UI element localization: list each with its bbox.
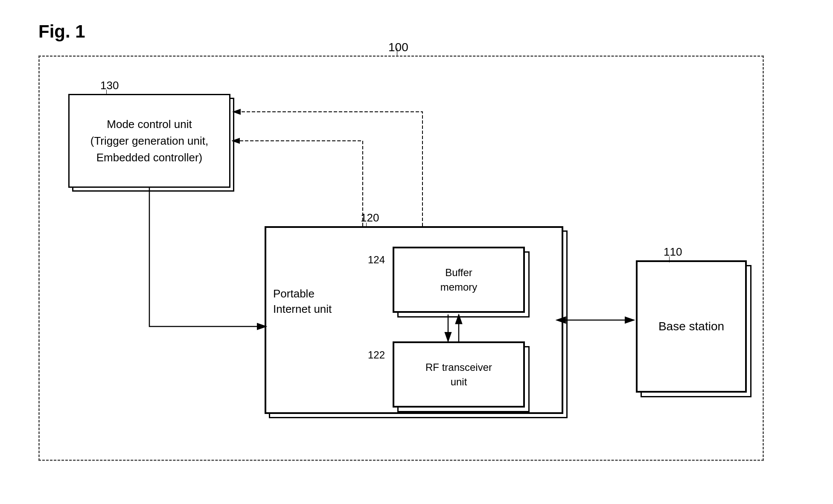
label-122: 122 [368, 349, 385, 361]
label-110: 110 [664, 245, 682, 259]
label-100: 100 [388, 41, 408, 54]
mode-control-line2: (Trigger generation unit, [90, 134, 209, 147]
portable-line1: Portable [273, 287, 315, 300]
base-station-box: Base station [636, 260, 747, 393]
mode-control-line1: Mode control unit [107, 118, 192, 131]
buffer-memory-box: Buffer memory [393, 247, 525, 313]
page-container: Fig. 1 100 130 Mode control unit (Trigge… [0, 0, 833, 504]
mode-control-box: Mode control unit (Trigger generation un… [68, 94, 230, 188]
buffer-line2: memory [440, 281, 478, 293]
rf-transceiver-box: RF transceiver unit [393, 341, 525, 408]
rf-line1: RF transceiver [425, 361, 492, 373]
buffer-line1: Buffer [445, 267, 472, 278]
label-120: 120 [361, 211, 379, 224]
label-124: 124 [368, 254, 385, 266]
rf-line2: unit [451, 376, 467, 387]
base-text: Base station [658, 318, 724, 335]
label-110-tick [669, 256, 670, 262]
mode-control-text: Mode control unit (Trigger generation un… [90, 116, 209, 166]
rf-text: RF transceiver unit [425, 360, 492, 389]
label-130: 130 [100, 79, 119, 92]
buffer-text: Buffer memory [440, 265, 478, 294]
portable-line2: Internet unit [273, 303, 332, 315]
base-line1: Base station [658, 320, 724, 333]
mode-control-line3: Embedded controller) [96, 151, 203, 164]
figure-title: Fig. 1 [38, 21, 85, 42]
portable-internet-label: Portable Internet unit [273, 286, 332, 317]
